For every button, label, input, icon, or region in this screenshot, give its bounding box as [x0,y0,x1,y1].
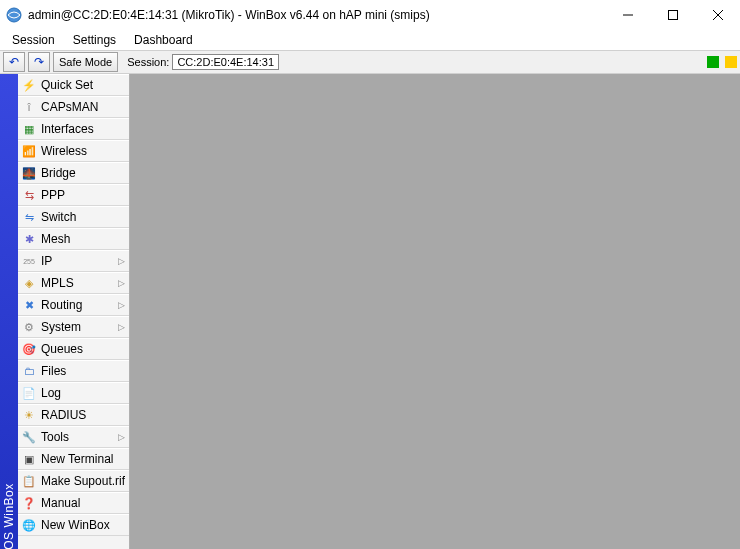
bridge-icon: 🌉 [22,166,36,180]
sidebar-item-ip[interactable]: 255IP▷ [18,250,129,272]
workarea: RouterOS WinBox ⚡Quick SetîCAPsMAN▦Inter… [0,74,740,549]
submenu-arrow-icon: ▷ [118,278,125,288]
maximize-button[interactable] [650,0,695,29]
brand-label: RouterOS WinBox [2,483,16,549]
sidebar-item-radius[interactable]: ☀RADIUS [18,404,129,426]
toolbar: ↶ ↷ Safe Mode Session: CC:2D:E0:4E:14:31 [0,50,740,74]
switch-icon: ⇋ [22,210,36,224]
sidebar-item-new-winbox[interactable]: 🌐New WinBox [18,514,129,536]
wireless-icon: 📶 [22,144,36,158]
lock-indicator-icon [725,56,737,68]
sidebar-item-label: Tools [41,430,113,444]
log-icon: 📄 [22,386,36,400]
sidebar-item-label: Mesh [41,232,125,246]
sidebar-item-label: Log [41,386,125,400]
radius-icon: ☀ [22,408,36,422]
sidebar-item-routing[interactable]: ✖Routing▷ [18,294,129,316]
sidebar-item-new-terminal[interactable]: ▣New Terminal [18,448,129,470]
sidebar-item-interfaces[interactable]: ▦Interfaces [18,118,129,140]
submenu-arrow-icon: ▷ [118,256,125,266]
redo-icon: ↷ [34,55,44,69]
mesh-icon: ✱ [22,232,36,246]
redo-button[interactable]: ↷ [28,52,50,72]
capsman-icon: î [22,100,36,114]
ip-icon: 255 [22,254,36,268]
submenu-arrow-icon: ▷ [118,300,125,310]
sidebar-item-wireless[interactable]: 📶Wireless [18,140,129,162]
menu-session[interactable]: Session [4,31,63,49]
sidebar-item-label: New Terminal [41,452,125,466]
sidebar-item-label: CAPsMAN [41,100,125,114]
submenu-arrow-icon: ▷ [118,432,125,442]
sidebar-item-queues[interactable]: 🎯Queues [18,338,129,360]
quick-set-icon: ⚡ [22,78,36,92]
undo-button[interactable]: ↶ [3,52,25,72]
sidebar-item-label: Routing [41,298,113,312]
interfaces-icon: ▦ [22,122,36,136]
sidebar-item-label: Files [41,364,125,378]
window-title: admin@CC:2D:E0:4E:14:31 (MikroTik) - Win… [28,8,605,22]
undo-icon: ↶ [9,55,19,69]
session-value: CC:2D:E0:4E:14:31 [172,54,279,70]
safe-mode-button[interactable]: Safe Mode [53,52,118,72]
sidebar-item-files[interactable]: 🗀Files [18,360,129,382]
mdi-area [130,74,740,549]
sidebar-item-label: RADIUS [41,408,125,422]
titlebar: admin@CC:2D:E0:4E:14:31 (MikroTik) - Win… [0,0,740,30]
svg-point-0 [7,8,21,22]
mpls-icon: ◈ [22,276,36,290]
sidebar-item-label: Queues [41,342,125,356]
sidebar-item-label: Bridge [41,166,125,180]
sidebar-item-ppp[interactable]: ⇆PPP [18,184,129,206]
svg-rect-2 [668,10,677,19]
sidebar-item-label: Switch [41,210,125,224]
sidebar-item-switch[interactable]: ⇋Switch [18,206,129,228]
routing-icon: ✖ [22,298,36,312]
submenu-arrow-icon: ▷ [118,322,125,332]
manual-icon: ❓ [22,496,36,510]
sidebar-item-label: IP [41,254,113,268]
sidebar: ⚡Quick SetîCAPsMAN▦Interfaces📶Wireless🌉B… [18,74,130,549]
sidebar-item-system[interactable]: ⚙System▷ [18,316,129,338]
tools-icon: 🔧 [22,430,36,444]
system-icon: ⚙ [22,320,36,334]
window-controls [605,0,740,29]
sidebar-item-capsman[interactable]: îCAPsMAN [18,96,129,118]
sidebar-item-label: MPLS [41,276,113,290]
sidebar-item-label: Quick Set [41,78,125,92]
menu-dashboard[interactable]: Dashboard [126,31,201,49]
sidebar-item-manual[interactable]: ❓Manual [18,492,129,514]
sidebar-item-log[interactable]: 📄Log [18,382,129,404]
session-label: Session: [127,56,169,68]
sidebar-item-label: PPP [41,188,125,202]
sidebar-item-label: Wireless [41,144,125,158]
menu-settings[interactable]: Settings [65,31,124,49]
menubar: Session Settings Dashboard [0,30,740,50]
sidebar-item-label: System [41,320,113,334]
sidebar-item-bridge[interactable]: 🌉Bridge [18,162,129,184]
sidebar-item-label: Make Supout.rif [41,474,125,488]
sidebar-item-tools[interactable]: 🔧Tools▷ [18,426,129,448]
new-winbox-icon: 🌐 [22,518,36,532]
winbox-logo-icon [6,7,22,23]
sidebar-item-mpls[interactable]: ◈MPLS▷ [18,272,129,294]
sidebar-item-label: Manual [41,496,125,510]
sidebar-item-make-supout-rif[interactable]: 📋Make Supout.rif [18,470,129,492]
sidebar-item-mesh[interactable]: ✱Mesh [18,228,129,250]
queues-icon: 🎯 [22,342,36,356]
new-terminal-icon: ▣ [22,452,36,466]
ppp-icon: ⇆ [22,188,36,202]
status-indicator-icon [707,56,719,68]
minimize-button[interactable] [605,0,650,29]
sidebar-item-quick-set[interactable]: ⚡Quick Set [18,74,129,96]
brand-bar: RouterOS WinBox [0,74,18,549]
close-button[interactable] [695,0,740,29]
sidebar-item-label: Interfaces [41,122,125,136]
files-icon: 🗀 [22,364,36,378]
sidebar-item-label: New WinBox [41,518,125,532]
make-supout-rif-icon: 📋 [22,474,36,488]
